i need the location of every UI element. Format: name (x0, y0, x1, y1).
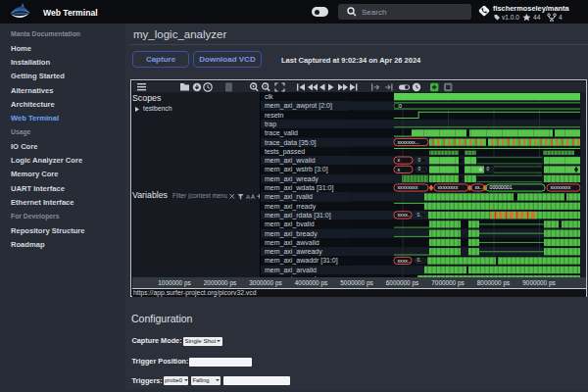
svg-text:x: x (398, 157, 401, 163)
svg-text:xxxx..: xxxx.. (398, 212, 411, 218)
svg-text:xx..: xx.. (475, 184, 483, 190)
svg-text:xxxx..: xxxx.. (398, 258, 411, 264)
svg-text:0: 0 (417, 167, 420, 172)
svg-text:0: 0 (486, 167, 489, 172)
svg-text:0..: 0.. (416, 258, 421, 263)
svg-text:xxxxxxx...: xxxxxxx... (398, 139, 419, 145)
svg-text:xxxxxxxx: xxxxxxxx (398, 184, 418, 190)
svg-text:00000001: 00000001 (490, 184, 513, 190)
svg-text:A: A (246, 193, 251, 200)
svg-text:4: 4 (559, 14, 563, 21)
svg-text:v1.0.0: v1.0.0 (502, 14, 519, 21)
svg-text:x: x (398, 167, 401, 172)
svg-text:0: 0 (417, 158, 420, 163)
svg-text:44: 44 (533, 14, 541, 21)
svg-text:xxxxxxxx: xxxxxxxx (551, 184, 571, 190)
svg-text:0..: 0.. (416, 213, 421, 218)
svg-text:xxxxxxxx: xxxxxxxx (438, 184, 459, 190)
